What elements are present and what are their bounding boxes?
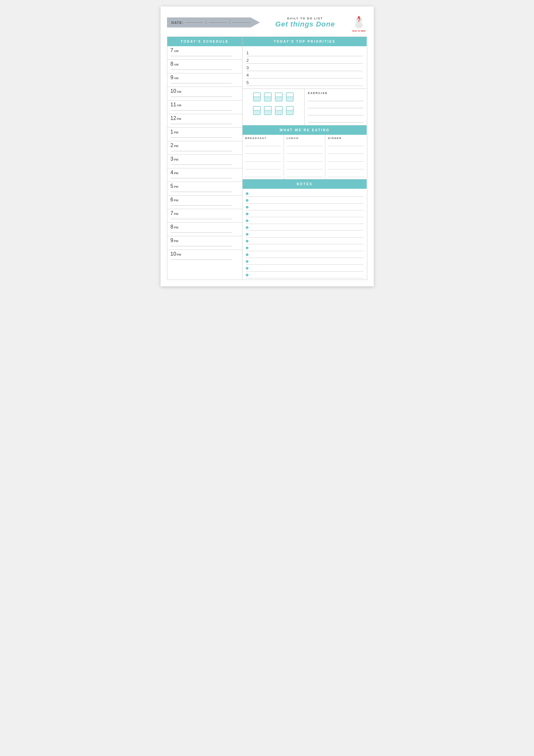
meal-write-line[interactable] [287,173,322,177]
time-slot[interactable]: 9 AM [167,73,242,87]
meal-write-line[interactable] [245,165,281,169]
time-slot[interactable]: 6 PM [167,196,242,209]
main-grid: TODAY'S SCHEDULE 7 AM 8 AM 9 AM 10 AM 11… [167,37,367,280]
svg-rect-21 [253,110,260,115]
meal-write-line[interactable] [287,165,322,169]
note-write-line [251,219,364,223]
meal-write-line[interactable] [287,157,322,162]
time-write-line [170,137,232,138]
note-row[interactable] [246,237,364,244]
note-write-line [251,212,364,216]
dinner-col: DINNER [325,135,367,179]
note-row[interactable] [246,203,364,210]
priority-row[interactable]: 2 [246,56,363,64]
meal-write-line[interactable] [245,149,281,154]
time-slot[interactable]: 8 PM [167,223,242,236]
time-label: 3 PM [170,156,239,162]
priority-row[interactable]: 3 [246,64,363,71]
time-hour: 10 [170,88,176,94]
notes-section: NOTES [242,179,367,280]
meal-write-line[interactable] [328,165,364,169]
priority-row[interactable]: 4 [246,71,363,79]
title-small: DAILY TO DO LIST [275,17,335,20]
date-field-day[interactable] [209,22,227,23]
note-bullet [246,240,248,242]
time-hour: 2 [170,143,173,148]
priority-number: 3 [246,65,250,70]
title-section: DAILY TO DO LIST Get things Done [275,17,335,28]
svg-rect-17 [286,97,293,101]
time-slot[interactable]: 11 AM [167,100,242,114]
note-row[interactable] [246,272,364,278]
time-suffix: PM [174,212,178,216]
note-row[interactable] [246,258,364,265]
priority-row[interactable]: 5 [246,79,363,86]
note-row[interactable] [246,217,364,224]
date-field-month[interactable] [186,22,203,23]
note-row[interactable] [246,251,364,258]
exercise-write-line[interactable] [308,111,364,115]
note-bullet [246,247,248,249]
note-row[interactable] [246,244,364,251]
time-label: 7 AM [170,47,239,53]
time-slot[interactable]: 7 PM [167,209,242,223]
time-label: 2 PM [170,143,239,148]
time-write-line [170,178,232,178]
logo-text: How To Wiki [352,30,365,32]
meal-write-line[interactable] [245,173,281,177]
exercise-write-line[interactable] [308,104,364,108]
exercise-write-line[interactable] [308,97,364,101]
meal-write-line[interactable] [328,149,364,154]
time-slot[interactable]: 7 AM [167,46,242,60]
meal-write-line[interactable] [328,157,364,162]
meal-write-line[interactable] [245,142,281,146]
note-row[interactable] [246,231,364,237]
time-label: 10 PM [170,251,239,257]
time-suffix: AM [177,104,181,107]
time-hour: 8 [170,61,173,67]
priority-row[interactable]: 1 [246,49,363,56]
time-slot[interactable]: 9 PM [167,236,242,250]
svg-rect-33 [286,110,293,115]
water-glass-icon [252,92,261,102]
time-slot[interactable]: 2 PM [167,141,242,155]
time-slot[interactable]: 12 PM [167,114,242,128]
time-suffix: PM [174,199,178,202]
time-slot[interactable]: 10 PM [167,250,242,263]
time-slot[interactable]: 10 AM [167,87,242,100]
meal-write-line[interactable] [245,157,281,162]
time-suffix: PM [177,253,181,256]
note-row[interactable] [246,224,364,231]
note-row[interactable] [246,197,364,203]
time-label: 7 PM [170,210,239,216]
water-glass-icon [263,105,272,116]
schedule-header: TODAY'S SCHEDULE [167,37,242,46]
exercise-section: EXERCISE [305,89,367,125]
note-row[interactable] [246,210,364,217]
time-slot[interactable]: 3 PM [167,155,242,168]
time-label: 9 PM [170,237,239,243]
time-hour: 10 [170,251,176,257]
time-suffix: PM [174,158,178,161]
note-row[interactable] [246,190,364,197]
time-slot[interactable]: 8 AM [167,60,242,73]
note-row[interactable] [246,265,364,272]
note-write-line [251,259,364,264]
meal-write-line[interactable] [328,173,364,177]
exercise-write-line[interactable] [308,118,364,122]
meal-write-line[interactable] [287,142,322,146]
time-write-line [170,205,232,205]
time-slot[interactable]: 5 PM [167,182,242,196]
time-slot[interactable]: 1 PM [167,128,242,141]
eating-header: WHAT WE'RE EATING [242,125,367,135]
date-field-year[interactable] [233,22,250,23]
eating-section: WHAT WE'RE EATING BREAKFAST LUNCH DINNER [242,125,367,179]
priority-number: 2 [246,58,250,63]
daily-planner-page: DATE: / / DAILY TO DO LIST Get things Do… [161,7,374,286]
time-hour: 7 [170,210,173,216]
schedule-column: TODAY'S SCHEDULE 7 AM 8 AM 9 AM 10 AM 11… [167,37,242,280]
time-write-line [170,124,232,124]
meal-write-line[interactable] [328,142,364,146]
meal-write-line[interactable] [287,149,322,154]
time-slot[interactable]: 4 PM [167,168,242,182]
